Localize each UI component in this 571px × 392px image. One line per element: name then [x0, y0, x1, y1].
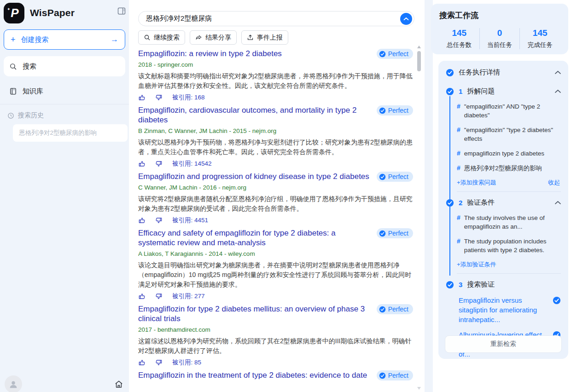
step-2-header[interactable]: 2 验证条件: [446, 198, 561, 207]
check-circle-icon: [446, 199, 454, 207]
chevron-up-icon[interactable]: [555, 70, 561, 75]
section-divider: [457, 191, 561, 192]
result-item: Efficacy and safety of empagliflozin for…: [138, 228, 413, 300]
search-input[interactable]: [146, 15, 400, 23]
result-title-link[interactable]: Efficacy and safety of empagliflozin for…: [138, 228, 371, 248]
stat-current-tasks: 0 当前任务: [479, 28, 520, 49]
chevron-up-icon[interactable]: [555, 89, 561, 93]
panel-gap: [425, 0, 433, 392]
thumbs-up-icon[interactable]: [138, 217, 146, 224]
clock-icon: [7, 112, 14, 119]
result-title-link[interactable]: Empagliflozin: a review in type 2 diabet…: [138, 49, 371, 58]
stat-completed-tasks: 145 完成任务: [519, 28, 560, 49]
verify-condition-text: The study involves the use of empagliflo…: [464, 213, 561, 231]
step-title: 搜索验证: [467, 280, 495, 289]
result-footer: 被引用: 168: [138, 93, 413, 102]
chevron-up-icon[interactable]: [555, 201, 561, 205]
search-question[interactable]: # 恩格列净对2型糖尿病的影响: [457, 164, 561, 173]
sidebar-item-label: 知识库: [23, 87, 43, 96]
scrollbar-thumb[interactable]: [417, 51, 421, 71]
citation-count: 被引用: 168: [172, 93, 205, 102]
thumbs-up-icon[interactable]: [138, 94, 146, 101]
result-title-link[interactable]: Empagliflozin in the treatment of type 2…: [138, 370, 371, 380]
result-meta: 2017 - benthamdirect.com: [138, 325, 413, 334]
perfect-badge: Perfect: [377, 370, 413, 380]
result-meta: B Zinman, C Wanner, JM Lachin - 2015 - n…: [138, 127, 413, 135]
report-event-label: 事件上报: [257, 34, 283, 42]
thumbs-down-icon[interactable]: [155, 359, 163, 366]
result-title-link[interactable]: Empagliflozin and progression of kidney …: [138, 172, 371, 181]
results-panel: 继续搜索 结果分享 事件上报 Empagliflozin: a review i…: [129, 0, 425, 392]
check-circle-icon: [379, 107, 386, 114]
result-title-link[interactable]: Empagliflozin, cardiovascular outcomes, …: [138, 105, 371, 125]
result-item: Empagliflozin, cardiovascular outcomes, …: [138, 105, 413, 168]
sidebar-item-search[interactable]: 搜索: [4, 56, 125, 76]
check-circle-icon: [446, 281, 454, 289]
verified-paper-title[interactable]: Empagliflozin versus sitagliptin for ame…: [459, 295, 549, 324]
retry-search-button[interactable]: 重新检索: [445, 335, 562, 353]
create-search-button[interactable]: + 创建搜索 →: [4, 29, 125, 50]
thumbs-up-icon[interactable]: [138, 359, 146, 366]
thumbs-down-icon[interactable]: [155, 94, 163, 101]
perfect-badge: Perfect: [377, 228, 413, 238]
scrollbar-up-arrow[interactable]: [417, 46, 421, 48]
scrollbar-down-arrow[interactable]: [417, 387, 421, 390]
search-question[interactable]: # "empagliflozin" "type 2 diabetes" effe…: [457, 126, 561, 143]
share-icon: [195, 34, 202, 41]
sidebar-header: ✦ P WisPaper: [4, 2, 125, 24]
hash-icon: #: [457, 102, 460, 120]
thumbs-up-icon[interactable]: [138, 160, 146, 167]
task-details-label: 任务执行详情: [459, 68, 500, 77]
history-item[interactable]: 恩格列净对2型糖尿病的影响: [13, 124, 128, 142]
task-details-header[interactable]: 任务执行详情: [446, 68, 561, 77]
workflow-stats: 145 总任务数 0 当前任务 145 完成任务: [439, 28, 560, 49]
continue-search-button[interactable]: 继续搜索: [138, 30, 185, 45]
thumbs-down-icon[interactable]: [155, 217, 163, 224]
result-item: Empagliflozin in the treatment of type 2…: [138, 370, 413, 380]
sidebar-collapse-icon[interactable]: [117, 6, 126, 16]
sidebar-item-knowledge-base[interactable]: 知识库: [4, 81, 125, 101]
search-question[interactable]: # "empagliflozin" AND "type 2 diabetes": [457, 102, 561, 120]
badge-label: Perfect: [388, 230, 408, 237]
thumbs-down-icon[interactable]: [155, 160, 163, 167]
search-question-text: "empagliflozin" AND "type 2 diabetes": [464, 102, 561, 120]
citation-count: 被引用: 4451: [172, 216, 208, 225]
verify-condition[interactable]: # The study involves the use of empaglif…: [457, 213, 561, 231]
search-question[interactable]: # empagliflozin type 2 diabetes: [457, 149, 561, 158]
stat-label: 完成任务: [520, 41, 560, 49]
share-results-label: 结果分享: [205, 34, 231, 42]
result-title-link[interactable]: Empagliflozin for type 2 diabetes mellit…: [138, 304, 371, 323]
result-item: Empagliflozin for type 2 diabetes mellit…: [138, 304, 413, 367]
book-icon: [9, 87, 17, 95]
result-item: Empagliflozin: a review in type 2 diabet…: [138, 49, 413, 102]
thumbs-down-icon[interactable]: [155, 293, 163, 300]
result-summary: 该研究以恩格列净为干预药物，将恩格列净与安慰剂进行了比较；研究对象为患有2型糖尿…: [138, 138, 413, 157]
check-circle-icon: [446, 87, 454, 96]
result-meta: C Wanner, JM Lachin - 2016 - nejm.org: [138, 183, 413, 192]
verify-condition-text: The study population includes patients w…: [464, 237, 561, 254]
stat-value: 145: [520, 28, 560, 38]
step-1-header[interactable]: 1 拆解问题: [446, 87, 561, 96]
check-circle-icon: [379, 372, 386, 379]
badge-label: Perfect: [388, 173, 408, 180]
collapse-search-button[interactable]: [400, 13, 412, 25]
add-search-question-link[interactable]: +添加搜索问题: [457, 179, 496, 187]
report-event-button[interactable]: 事件上报: [241, 30, 288, 45]
collapse-link[interactable]: 收起: [548, 179, 561, 187]
home-icon[interactable]: [114, 380, 123, 389]
check-circle-icon: [446, 69, 454, 77]
result-summary: 这篇综述以恩格列净为研究药物，系统回顾了其在2型糖尿病患者中的III期临床试验结…: [138, 336, 413, 356]
thumbs-up-icon[interactable]: [138, 293, 146, 300]
sparkle-icon: ✦: [7, 7, 11, 12]
share-results-button[interactable]: 结果分享: [190, 30, 237, 45]
step-3-header[interactable]: 3 搜索验证: [446, 280, 561, 289]
add-verify-condition-link[interactable]: +添加验证条件: [457, 260, 496, 269]
workflow-summary-card: 搜索工作流 145 总任务数 0 当前任务 145 完成任务: [431, 4, 568, 54]
stat-total-tasks: 145 总任务数: [439, 28, 479, 49]
verify-condition[interactable]: # The study population includes patients…: [457, 237, 561, 254]
search-question-text: "empagliflozin" "type 2 diabetes" effect…: [464, 126, 561, 143]
result-item: Empagliflozin and progression of kidney …: [138, 172, 413, 225]
search-question-text: empagliflozin type 2 diabetes: [464, 149, 544, 158]
user-avatar[interactable]: [5, 375, 22, 392]
wispaper-logo[interactable]: ✦ P: [4, 3, 24, 23]
